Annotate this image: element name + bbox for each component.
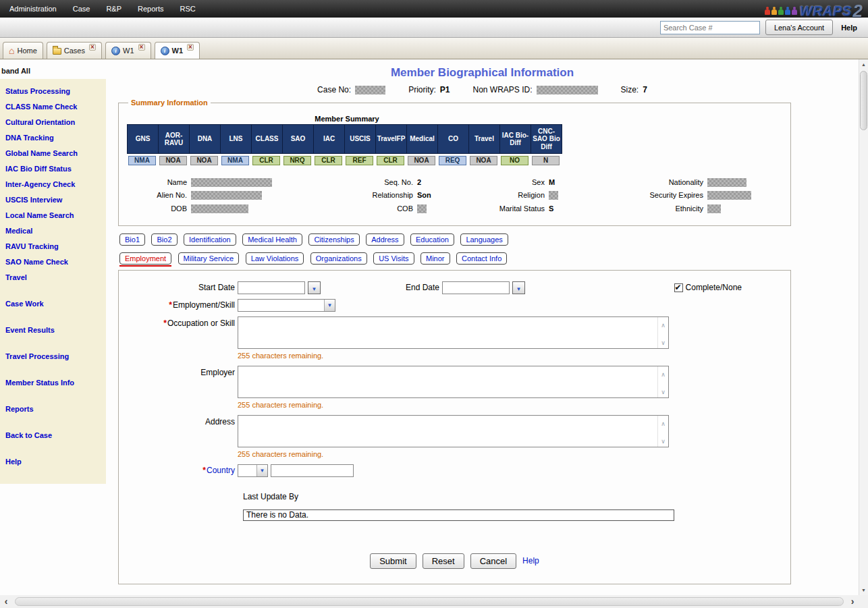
tab-us-visits[interactable]: US Visits: [373, 252, 414, 265]
sidebar-item-back-to-case[interactable]: Back to Case: [5, 431, 103, 440]
help-link[interactable]: Help: [522, 556, 539, 565]
start-date-calendar-button[interactable]: [308, 281, 321, 294]
non-wraps-id-redacted: [537, 86, 598, 94]
sidebar-item-reports[interactable]: Reports: [5, 405, 103, 414]
seq-no-label: Seq. No.: [336, 178, 417, 186]
close-icon[interactable]: [138, 44, 145, 51]
textarea-scrollbar[interactable]: [657, 366, 668, 397]
content-area: band All Status Processing CLASS Name Ch…: [0, 59, 868, 595]
tab-military-service[interactable]: Military Service: [178, 252, 240, 265]
sidebar-item-member-status-info[interactable]: Member Status Info: [5, 379, 103, 387]
sidebar-item-case-work[interactable]: Case Work: [5, 300, 103, 308]
priority-value: P1: [440, 85, 450, 94]
address-textarea[interactable]: [238, 416, 657, 447]
start-date-label: Start Date: [126, 283, 238, 292]
tab-employment[interactable]: Employment: [119, 252, 171, 265]
toolbar: Lena's Account Help: [0, 18, 868, 38]
tab-home[interactable]: Home: [3, 42, 43, 59]
security-expires-redacted: [707, 191, 751, 200]
sidebar-item-dna-tracking[interactable]: DNA Tracking: [5, 134, 103, 142]
sidebar-item-global-name-search[interactable]: Global Name Search: [5, 149, 103, 158]
submit-button[interactable]: Submit: [370, 553, 416, 569]
sidebar-item-medical[interactable]: Medical: [5, 227, 103, 236]
sidebar-item-travel-processing[interactable]: Travel Processing: [5, 352, 103, 361]
menu-case[interactable]: Case: [73, 5, 90, 13]
scroll-left-arrow[interactable]: [0, 595, 12, 608]
employer-textarea[interactable]: [238, 366, 657, 397]
tab-w1-active[interactable]: W1: [155, 42, 200, 59]
help-menu[interactable]: Help: [841, 24, 857, 32]
complete-none-checkbox[interactable]: [674, 283, 683, 292]
summary-legend: Summary Information: [128, 99, 211, 107]
status-badge: N: [532, 156, 560, 165]
horizontal-scrollbar[interactable]: [0, 595, 859, 608]
end-date-input[interactable]: [442, 281, 510, 294]
sidebar-item-iac-bio-diff-status[interactable]: IAC Bio Diff Status: [5, 165, 103, 173]
sidebar-item-inter-agency-check[interactable]: Inter-Agency Check: [5, 180, 103, 189]
vertical-scroll-thumb[interactable]: [860, 71, 867, 130]
tab-organizations[interactable]: Organizations: [310, 252, 367, 265]
close-icon[interactable]: [187, 44, 194, 51]
page-title: Member Biographical Information: [106, 66, 859, 80]
country-code-select[interactable]: [238, 464, 268, 477]
dob-label: DOB: [127, 204, 191, 213]
sidebar-item-cultural-orientation[interactable]: Cultural Orientation: [5, 118, 103, 127]
menu-administration[interactable]: Administration: [9, 5, 57, 13]
search-case-input[interactable]: [660, 21, 760, 34]
account-button[interactable]: Lena's Account: [765, 20, 833, 35]
menu-reports[interactable]: Reports: [138, 5, 164, 13]
tab-citizenships[interactable]: Citizenships: [308, 233, 359, 246]
end-date-calendar-button[interactable]: [512, 281, 525, 294]
tab-education[interactable]: Education: [410, 233, 454, 246]
tab-law-violations[interactable]: Law Violations: [246, 252, 304, 265]
tab-languages[interactable]: Languages: [460, 233, 508, 246]
expand-all-link[interactable]: band All: [0, 59, 106, 79]
tab-w1[interactable]: W1: [105, 42, 151, 59]
sidebar-item-travel[interactable]: Travel: [5, 273, 103, 282]
tab-identification[interactable]: Identification: [184, 233, 236, 246]
scroll-down-arrow[interactable]: [859, 585, 868, 595]
sidebar-item-event-results[interactable]: Event Results: [5, 326, 103, 335]
status-badge: CLR: [252, 156, 280, 165]
tab-medical-health[interactable]: Medical Health: [242, 233, 302, 246]
occupation-textarea[interactable]: [238, 317, 657, 348]
textarea-scrollbar[interactable]: [657, 317, 668, 348]
sidebar-item-status-processing[interactable]: Status Processing: [5, 87, 103, 96]
vertical-scrollbar[interactable]: [859, 59, 868, 595]
start-date-input[interactable]: [238, 281, 305, 294]
menu-rsc[interactable]: RSC: [180, 5, 196, 13]
cancel-button[interactable]: Cancel: [470, 553, 516, 569]
sidebar-item-ravu-tracking[interactable]: RAVU Tracking: [5, 242, 103, 251]
menu-rp[interactable]: R&P: [106, 5, 121, 13]
tab-minor[interactable]: Minor: [421, 252, 450, 265]
tab-bio2[interactable]: Bio2: [151, 233, 177, 246]
employment-skill-select[interactable]: [238, 299, 335, 312]
horizontal-scroll-thumb[interactable]: [15, 597, 844, 606]
scroll-right-arrow[interactable]: [846, 595, 859, 608]
sidebar-item-help[interactable]: Help: [5, 458, 103, 466]
tab-address[interactable]: Address: [366, 233, 404, 246]
country-label: *Country: [126, 466, 238, 475]
reset-button[interactable]: Reset: [423, 553, 464, 569]
ethnicity-label: Ethnicity: [609, 204, 707, 213]
address-textarea-wrap: [238, 415, 669, 447]
tab-cases[interactable]: Cases: [47, 42, 102, 59]
sidebar-item-local-name-search[interactable]: Local Name Search: [5, 211, 103, 220]
marital-status-label: Marital Status: [478, 204, 549, 213]
close-icon[interactable]: [89, 44, 96, 51]
tab-contact-info[interactable]: Contact Info: [456, 252, 507, 265]
occupation-textarea-wrap: [238, 316, 669, 349]
tab-home-label: Home: [17, 47, 36, 55]
tab-bio1[interactable]: Bio1: [119, 233, 145, 246]
textarea-scrollbar[interactable]: [657, 416, 668, 447]
dob-redacted: [191, 204, 248, 213]
sidebar-item-uscis-interview[interactable]: USCIS Interview: [5, 196, 103, 204]
sidebar-item-class-name-check[interactable]: CLASS Name Check: [5, 103, 103, 111]
country-input[interactable]: [271, 464, 354, 477]
sidebar-item-sao-name-check[interactable]: SAO Name Check: [5, 258, 103, 267]
name-label: Name: [127, 178, 191, 186]
scroll-up-arrow[interactable]: [859, 59, 868, 70]
summary-header-cell: CLASS: [251, 124, 283, 154]
member-summary-table: GNSNMA AOR-RAVUNOA DNANOA LNSNMA CLASSCL…: [127, 124, 784, 165]
sex-label: Sex: [478, 178, 549, 186]
